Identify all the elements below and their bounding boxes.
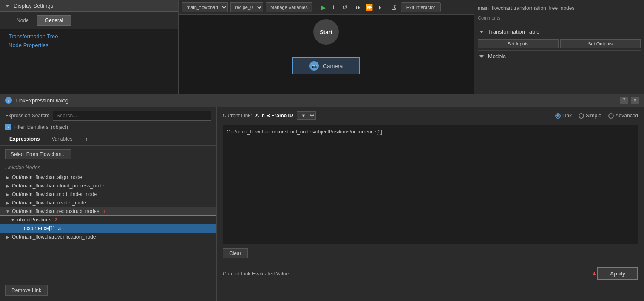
flowchart-panel: main_flowchart recipe_0 Manage Variables… <box>179 0 474 94</box>
filter-checkbox[interactable]: ✓ <box>5 124 11 130</box>
help-button[interactable]: ? <box>620 97 628 104</box>
current-link-value: A in B Frame ID <box>255 113 293 119</box>
right-properties-panel: main_flowchart.transformation_tree_nodes… <box>474 0 644 94</box>
dialog-right-panel: Current Link: A in B Frame ID ▼ Link Sim… <box>217 107 644 301</box>
tree-area: ▶ Out/main_flowchart.align_node ▶ Out/ma… <box>0 172 216 281</box>
dialog-title-area: i LinkExpressionDialog <box>5 97 68 104</box>
set-inputs-button[interactable]: Set Inputs <box>478 39 559 48</box>
expression-box[interactable]: Out/main_flowchart.reconstruct_nodes/obj… <box>223 125 638 244</box>
radio-simple[interactable]: Simple <box>579 113 601 119</box>
tab-general[interactable]: General <box>37 15 71 26</box>
tree-arrow-expanded: ▼ <box>10 217 15 222</box>
node-properties-link[interactable]: Node Properties <box>9 42 170 48</box>
apply-button[interactable]: Apply <box>597 267 638 280</box>
models-section: Models <box>478 50 641 62</box>
tab-node[interactable]: Node <box>9 15 37 26</box>
comments-label: Comments <box>478 14 641 24</box>
flow-arrow-2 <box>326 75 326 87</box>
apply-area: 4 Apply <box>593 267 638 280</box>
expression-search-label: Expression Search: <box>5 113 49 119</box>
transformation-table-label: Transformation Table <box>488 28 539 35</box>
camera-capture-icon[interactable]: 🖨 <box>389 3 398 12</box>
radio-simple-circle <box>579 113 584 119</box>
tree-item-verification[interactable]: ▶ Out/main_flowchart.verification_node <box>0 233 216 241</box>
dialog-controls: ? × <box>620 97 639 104</box>
step-2-badge: 2 <box>55 217 57 222</box>
start-node[interactable]: Start <box>313 19 339 45</box>
collapse-icon <box>5 5 9 7</box>
separator2 <box>387 3 387 11</box>
tree-item-reader[interactable]: ▶ Out/main_flowchart.reader_node <box>0 199 216 207</box>
display-settings-header: Display Settings <box>0 0 178 12</box>
tree-item-reconstruct[interactable]: ▼ Out/main_flowchart.reconstruct_nodes 1 <box>0 207 216 216</box>
clear-button[interactable]: Clear <box>223 248 248 258</box>
tree-item-mod[interactable]: ▶ Out/main_flowchart.mod_finder_node <box>0 190 216 199</box>
expression-tabs: Expressions Variables In <box>0 133 216 146</box>
flowchart-dropdown[interactable]: main_flowchart <box>182 2 228 12</box>
step-icon[interactable]: ⏭ <box>354 3 363 12</box>
close-button[interactable]: × <box>631 97 639 104</box>
filter-type: (object) <box>51 124 68 130</box>
tree-arrow: ▶ <box>5 183 10 188</box>
set-outputs-button[interactable]: Set Outputs <box>560 39 641 48</box>
tree-arrow <box>17 226 22 231</box>
tree-arrow: ▶ <box>5 234 10 239</box>
toolbar-icons: ▶ ⏸ ↺ ⏭ ⏩ ⏵ 🖨 <box>318 3 398 12</box>
tree-arrow: ▶ <box>5 175 10 180</box>
link-expression-dialog: i LinkExpressionDialog ? × Expression Se… <box>0 94 644 301</box>
models-collapse-icon <box>479 55 484 58</box>
radio-advanced[interactable]: Advanced <box>608 113 638 119</box>
exit-interactor-button[interactable]: Exit Interactor <box>401 2 441 12</box>
top-toolbar: main_flowchart recipe_0 Manage Variables… <box>179 0 474 15</box>
dialog-titlebar: i LinkExpressionDialog ? × <box>0 94 644 107</box>
camera-label: Camera <box>323 63 343 69</box>
dialog-title-text: LinkExpressionDialog <box>15 97 68 104</box>
tree-item-object-positions[interactable]: ▼ objectPositions 2 <box>0 216 216 224</box>
fast-forward-icon[interactable]: ⏩ <box>365 3 374 12</box>
tab-in[interactable]: In <box>79 133 95 145</box>
dialog-left-panel: Expression Search: ✓ Filter Identifiers … <box>0 107 217 301</box>
display-settings-tabs: Node General <box>0 12 178 29</box>
tree-arrow: ▶ <box>5 192 10 197</box>
expression-search-row: Expression Search: <box>0 107 216 124</box>
remove-link-button[interactable]: Remove Link <box>5 285 48 296</box>
select-from-flowchart-button[interactable]: Select From Flowchart... <box>5 149 71 159</box>
eval-label: Current Link Evaluated Value: <box>223 271 290 277</box>
current-link-label: Current Link: <box>223 113 252 119</box>
play-icon[interactable]: ▶ <box>318 3 328 12</box>
display-settings-panel: Display Settings Node General Transforma… <box>0 0 179 94</box>
refresh-icon[interactable]: ↺ <box>340 3 350 12</box>
linkable-nodes-header: Linkable Nodes <box>0 163 216 172</box>
flowchart-area: Start 📷 Camera <box>179 15 474 87</box>
eval-row: Current Link Evaluated Value: 4 Apply <box>223 263 638 280</box>
pause-icon[interactable]: ⏸ <box>329 3 339 12</box>
tree-item-occurrence[interactable]: occurrence[1] 3 <box>0 224 216 233</box>
transformation-tree-link[interactable]: Transformation Tree <box>9 33 170 40</box>
radio-link[interactable]: Link <box>555 113 572 119</box>
tree-item-align[interactable]: ▶ Out/main_flowchart.align_node <box>0 173 216 182</box>
dialog-icon: i <box>5 97 12 104</box>
expression-value: Out/main_flowchart.reconstruct_nodes/obj… <box>227 129 382 135</box>
transformation-table-section: Transformation Table <box>478 26 641 37</box>
tree-arrow-expanded: ▼ <box>5 209 10 214</box>
tree-arrow: ▶ <box>5 200 10 205</box>
recipe-dropdown[interactable]: recipe_0 <box>230 2 263 12</box>
manage-variables-button[interactable]: Manage Variables <box>266 2 312 12</box>
radio-link-circle <box>555 113 561 119</box>
tree-item-cloud[interactable]: ▶ Out/main_flowchart.cloud_process_node <box>0 182 216 190</box>
expression-search-input[interactable] <box>53 111 211 121</box>
skip-icon[interactable]: ⏵ <box>376 3 385 12</box>
flow-arrow-1 <box>326 44 326 57</box>
camera-node[interactable]: 📷 Camera <box>292 57 360 74</box>
filter-label: Filter Identifiers <box>14 124 48 130</box>
transformation-buttons: Set Inputs Set Outputs <box>478 39 641 48</box>
tab-expressions[interactable]: Expressions <box>3 133 45 145</box>
tab-variables[interactable]: Variables <box>45 133 78 145</box>
models-label: Models <box>488 53 506 60</box>
separator <box>352 3 352 11</box>
dialog-body: Expression Search: ✓ Filter Identifiers … <box>0 107 644 301</box>
radio-advanced-circle <box>608 113 614 119</box>
link-type-dropdown[interactable]: ▼ <box>297 111 316 120</box>
step-3-badge: 3 <box>58 226 61 231</box>
step-1-badge: 1 <box>102 209 105 214</box>
